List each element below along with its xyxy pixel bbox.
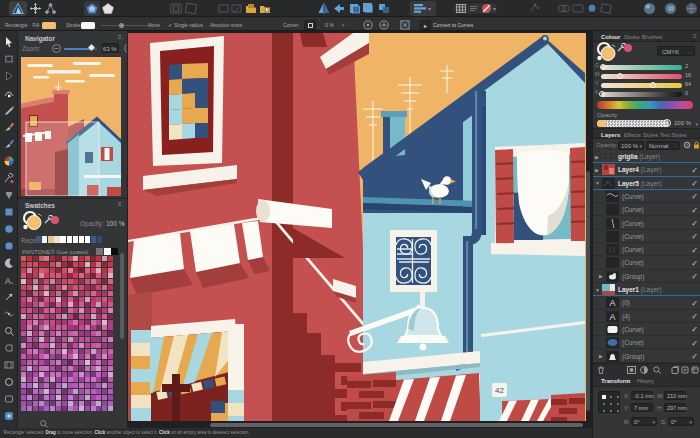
svg-text:A: A <box>610 312 616 322</box>
svg-text:A: A <box>5 276 11 286</box>
svg-text:A: A <box>610 298 616 308</box>
svg-text:42: 42 <box>495 386 504 395</box>
